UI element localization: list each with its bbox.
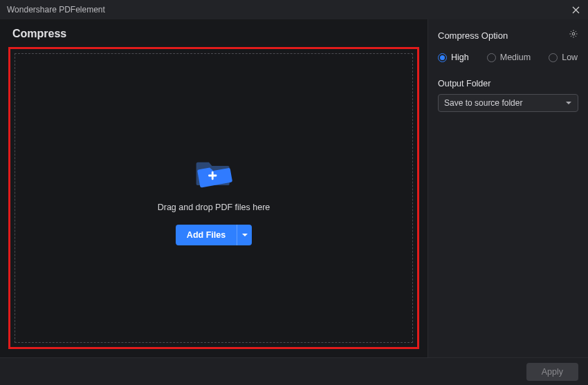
output-folder-label: Output Folder xyxy=(438,79,578,88)
output-folder-select[interactable]: Save to source folder xyxy=(438,94,578,112)
sidebar: Compress Option High Medium xyxy=(428,19,588,357)
radio-medium[interactable]: Medium xyxy=(487,53,531,62)
radio-medium-label: Medium xyxy=(500,53,531,62)
app-title: Wondershare PDFelement xyxy=(7,5,105,15)
footer: Apply xyxy=(0,357,588,385)
body: Compress Drag and drop PDF files xyxy=(0,19,588,357)
main-panel: Compress Drag and drop PDF files xyxy=(0,19,428,357)
highlight-frame: Drag and drop PDF files here Add Files xyxy=(8,47,419,349)
output-folder-value: Save to source folder xyxy=(444,98,522,108)
dropzone[interactable]: Drag and drop PDF files here Add Files xyxy=(15,53,413,343)
chevron-down-icon xyxy=(241,232,248,238)
chevron-down-icon xyxy=(565,100,572,106)
radio-dot-icon xyxy=(487,53,496,62)
radio-dot-icon xyxy=(549,53,558,62)
radio-high-label: High xyxy=(451,53,469,62)
titlebar: Wondershare PDFelement xyxy=(0,0,588,19)
close-icon xyxy=(572,6,580,14)
add-files-dropdown[interactable] xyxy=(237,225,252,245)
page-title: Compress xyxy=(12,28,419,40)
sidebar-title: Compress Option xyxy=(438,30,508,41)
close-button[interactable] xyxy=(570,4,581,15)
dropzone-text: Drag and drop PDF files here xyxy=(158,203,270,212)
radio-dot-icon xyxy=(438,53,447,62)
add-files-group: Add Files xyxy=(176,225,252,245)
radio-low-label: Low xyxy=(562,53,578,62)
add-files-button[interactable]: Add Files xyxy=(176,225,237,245)
radio-low[interactable]: Low xyxy=(549,53,578,62)
svg-rect-1 xyxy=(212,171,214,179)
compress-level-radios: High Medium Low xyxy=(438,51,578,64)
gear-icon xyxy=(569,29,578,39)
settings-button[interactable] xyxy=(569,29,578,41)
sidebar-header: Compress Option xyxy=(438,29,578,41)
radio-high[interactable]: High xyxy=(438,53,469,62)
apply-button[interactable]: Apply xyxy=(526,363,578,381)
app-window: Wondershare PDFelement Compress xyxy=(0,0,588,385)
svg-point-2 xyxy=(572,32,575,35)
add-folder-icon xyxy=(194,151,233,190)
